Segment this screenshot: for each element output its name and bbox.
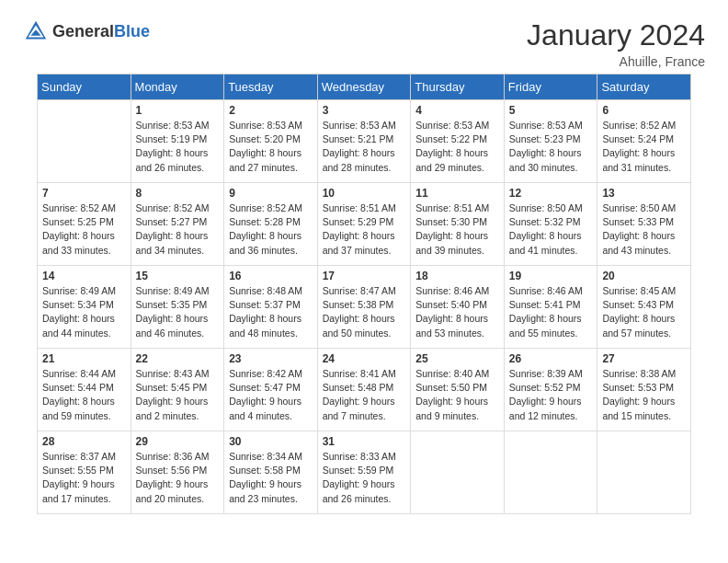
calendar-cell: 13Sunrise: 8:50 AMSunset: 5:33 PMDayligh… — [597, 183, 691, 266]
day-info: Sunrise: 8:49 AMSunset: 5:35 PMDaylight:… — [136, 284, 220, 340]
calendar-cell: 20Sunrise: 8:45 AMSunset: 5:43 PMDayligh… — [597, 266, 691, 349]
day-number: 15 — [136, 270, 220, 282]
month-year-title: January 2024 — [527, 18, 705, 52]
logo-icon — [23, 18, 49, 44]
day-of-week-header: Friday — [504, 75, 597, 100]
calendar-cell: 19Sunrise: 8:46 AMSunset: 5:41 PMDayligh… — [504, 266, 597, 349]
day-info: Sunrise: 8:52 AMSunset: 5:25 PMDaylight:… — [42, 201, 126, 258]
day-number: 23 — [229, 352, 313, 365]
day-info: Sunrise: 8:52 AMSunset: 5:28 PMDaylight:… — [229, 201, 313, 258]
calendar-cell: 18Sunrise: 8:46 AMSunset: 5:40 PMDayligh… — [411, 266, 505, 349]
day-number: 12 — [509, 187, 593, 200]
day-number: 25 — [415, 352, 499, 365]
calendar-cell: 2Sunrise: 8:53 AMSunset: 5:20 PMDaylight… — [224, 100, 318, 183]
day-info: Sunrise: 8:46 AMSunset: 5:41 PMDaylight:… — [509, 284, 593, 340]
day-of-week-header: Thursday — [411, 75, 505, 100]
day-number: 14 — [42, 270, 126, 282]
day-info: Sunrise: 8:52 AMSunset: 5:24 PMDaylight:… — [602, 119, 686, 175]
calendar-week-row: 21Sunrise: 8:44 AMSunset: 5:44 PMDayligh… — [38, 349, 691, 431]
calendar-cell: 31Sunrise: 8:33 AMSunset: 5:59 PMDayligh… — [317, 431, 411, 514]
day-info: Sunrise: 8:53 AMSunset: 5:22 PMDaylight:… — [415, 119, 499, 175]
calendar-cell — [597, 431, 691, 514]
calendar-cell: 11Sunrise: 8:51 AMSunset: 5:30 PMDayligh… — [411, 183, 505, 266]
day-number: 28 — [42, 435, 126, 448]
day-number: 2 — [229, 104, 313, 117]
calendar-cell — [411, 431, 505, 514]
day-number: 1 — [136, 104, 220, 117]
day-info: Sunrise: 8:47 AMSunset: 5:38 PMDaylight:… — [323, 284, 406, 340]
day-number: 4 — [415, 104, 499, 117]
day-of-week-header: Monday — [131, 75, 224, 100]
day-number: 16 — [229, 270, 313, 282]
calendar-week-row: 14Sunrise: 8:49 AMSunset: 5:34 PMDayligh… — [38, 266, 691, 349]
calendar-cell: 16Sunrise: 8:48 AMSunset: 5:37 PMDayligh… — [224, 266, 318, 349]
day-number: 17 — [323, 270, 406, 282]
calendar-cell — [38, 100, 131, 183]
calendar-cell: 17Sunrise: 8:47 AMSunset: 5:38 PMDayligh… — [317, 266, 411, 349]
day-number: 3 — [323, 104, 406, 117]
day-info: Sunrise: 8:33 AMSunset: 5:59 PMDaylight:… — [323, 450, 406, 506]
location-subtitle: Ahuille, France — [527, 54, 705, 69]
calendar-cell: 28Sunrise: 8:37 AMSunset: 5:55 PMDayligh… — [38, 431, 131, 514]
day-number: 10 — [323, 187, 406, 200]
day-info: Sunrise: 8:42 AMSunset: 5:47 PMDaylight:… — [229, 367, 313, 423]
calendar-cell: 5Sunrise: 8:53 AMSunset: 5:23 PMDaylight… — [504, 100, 597, 183]
day-info: Sunrise: 8:50 AMSunset: 5:33 PMDaylight:… — [602, 201, 686, 258]
day-info: Sunrise: 8:53 AMSunset: 5:23 PMDaylight:… — [509, 119, 593, 175]
calendar-week-row: 28Sunrise: 8:37 AMSunset: 5:55 PMDayligh… — [38, 431, 691, 514]
calendar-week-row: 7Sunrise: 8:52 AMSunset: 5:25 PMDaylight… — [38, 183, 691, 266]
calendar-cell: 24Sunrise: 8:41 AMSunset: 5:48 PMDayligh… — [317, 349, 411, 431]
title-block: January 2024 Ahuille, France — [527, 18, 705, 69]
day-info: Sunrise: 8:53 AMSunset: 5:20 PMDaylight:… — [229, 119, 313, 175]
day-number: 11 — [415, 187, 499, 200]
day-info: Sunrise: 8:44 AMSunset: 5:44 PMDaylight:… — [42, 367, 126, 423]
calendar-cell: 25Sunrise: 8:40 AMSunset: 5:50 PMDayligh… — [411, 349, 505, 431]
calendar-cell: 26Sunrise: 8:39 AMSunset: 5:52 PMDayligh… — [504, 349, 597, 431]
calendar-cell: 15Sunrise: 8:49 AMSunset: 5:35 PMDayligh… — [131, 266, 224, 349]
calendar-cell: 1Sunrise: 8:53 AMSunset: 5:19 PMDaylight… — [131, 100, 224, 183]
calendar-cell: 8Sunrise: 8:52 AMSunset: 5:27 PMDaylight… — [131, 183, 224, 266]
day-info: Sunrise: 8:38 AMSunset: 5:53 PMDaylight:… — [602, 367, 686, 423]
calendar-cell: 14Sunrise: 8:49 AMSunset: 5:34 PMDayligh… — [38, 266, 131, 349]
day-number: 27 — [602, 352, 686, 365]
day-number: 9 — [229, 187, 313, 200]
calendar-cell: 30Sunrise: 8:34 AMSunset: 5:58 PMDayligh… — [224, 431, 318, 514]
logo-text-general: General — [52, 22, 114, 40]
calendar-cell: 9Sunrise: 8:52 AMSunset: 5:28 PMDaylight… — [224, 183, 318, 266]
logo: GeneralBlue — [23, 18, 150, 44]
day-number: 26 — [509, 352, 593, 365]
day-info: Sunrise: 8:52 AMSunset: 5:27 PMDaylight:… — [136, 201, 220, 258]
day-number: 21 — [42, 352, 126, 365]
day-info: Sunrise: 8:53 AMSunset: 5:19 PMDaylight:… — [136, 119, 220, 175]
day-info: Sunrise: 8:34 AMSunset: 5:58 PMDaylight:… — [229, 450, 313, 506]
day-info: Sunrise: 8:48 AMSunset: 5:37 PMDaylight:… — [229, 284, 313, 340]
calendar-cell: 6Sunrise: 8:52 AMSunset: 5:24 PMDaylight… — [597, 100, 691, 183]
day-info: Sunrise: 8:46 AMSunset: 5:40 PMDaylight:… — [415, 284, 499, 340]
calendar-week-row: 1Sunrise: 8:53 AMSunset: 5:19 PMDaylight… — [38, 100, 691, 183]
day-info: Sunrise: 8:49 AMSunset: 5:34 PMDaylight:… — [42, 284, 126, 340]
day-info: Sunrise: 8:37 AMSunset: 5:55 PMDaylight:… — [42, 450, 126, 506]
calendar-cell: 22Sunrise: 8:43 AMSunset: 5:45 PMDayligh… — [131, 349, 224, 431]
day-number: 31 — [323, 435, 406, 448]
day-info: Sunrise: 8:43 AMSunset: 5:45 PMDaylight:… — [136, 367, 220, 423]
day-info: Sunrise: 8:39 AMSunset: 5:52 PMDaylight:… — [509, 367, 593, 423]
calendar-cell: 21Sunrise: 8:44 AMSunset: 5:44 PMDayligh… — [38, 349, 131, 431]
day-info: Sunrise: 8:51 AMSunset: 5:30 PMDaylight:… — [415, 201, 499, 258]
day-of-week-header: Sunday — [38, 75, 131, 100]
calendar-cell: 12Sunrise: 8:50 AMSunset: 5:32 PMDayligh… — [504, 183, 597, 266]
calendar-cell: 3Sunrise: 8:53 AMSunset: 5:21 PMDaylight… — [317, 100, 411, 183]
day-of-week-header: Wednesday — [317, 75, 411, 100]
calendar-cell: 29Sunrise: 8:36 AMSunset: 5:56 PMDayligh… — [131, 431, 224, 514]
day-number: 6 — [602, 104, 686, 117]
day-number: 18 — [415, 270, 499, 282]
calendar-cell — [504, 431, 597, 514]
calendar-cell: 7Sunrise: 8:52 AMSunset: 5:25 PMDaylight… — [38, 183, 131, 266]
day-info: Sunrise: 8:51 AMSunset: 5:29 PMDaylight:… — [323, 201, 406, 258]
day-number: 20 — [602, 270, 686, 282]
calendar-cell: 27Sunrise: 8:38 AMSunset: 5:53 PMDayligh… — [597, 349, 691, 431]
day-number: 24 — [323, 352, 406, 365]
day-number: 13 — [602, 187, 686, 200]
logo-text-blue: Blue — [114, 22, 150, 40]
calendar-table: SundayMondayTuesdayWednesdayThursdayFrid… — [37, 74, 691, 514]
calendar-cell: 23Sunrise: 8:42 AMSunset: 5:47 PMDayligh… — [224, 349, 318, 431]
